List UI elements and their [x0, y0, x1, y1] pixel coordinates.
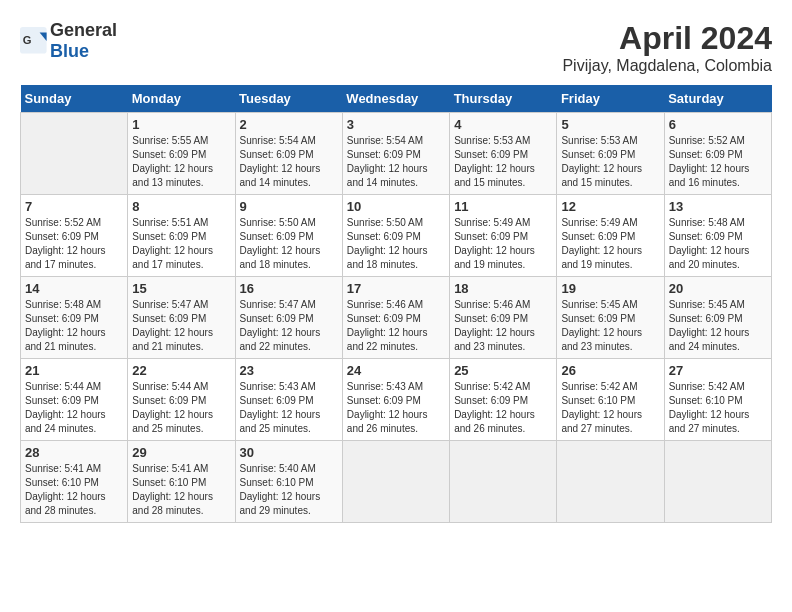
day-info: Sunrise: 5:46 AMSunset: 6:09 PMDaylight:…: [454, 298, 552, 354]
calendar-cell: 25Sunrise: 5:42 AMSunset: 6:09 PMDayligh…: [450, 359, 557, 441]
day-info: Sunrise: 5:46 AMSunset: 6:09 PMDaylight:…: [347, 298, 445, 354]
calendar-cell: 10Sunrise: 5:50 AMSunset: 6:09 PMDayligh…: [342, 195, 449, 277]
day-number: 13: [669, 199, 767, 214]
day-number: 21: [25, 363, 123, 378]
calendar-cell: [450, 441, 557, 523]
day-number: 8: [132, 199, 230, 214]
day-info: Sunrise: 5:55 AMSunset: 6:09 PMDaylight:…: [132, 134, 230, 190]
day-number: 28: [25, 445, 123, 460]
day-number: 7: [25, 199, 123, 214]
calendar-cell: 23Sunrise: 5:43 AMSunset: 6:09 PMDayligh…: [235, 359, 342, 441]
day-number: 11: [454, 199, 552, 214]
location-subtitle: Pivijay, Magdalena, Colombia: [562, 57, 772, 75]
day-info: Sunrise: 5:43 AMSunset: 6:09 PMDaylight:…: [240, 380, 338, 436]
day-number: 15: [132, 281, 230, 296]
day-info: Sunrise: 5:40 AMSunset: 6:10 PMDaylight:…: [240, 462, 338, 518]
calendar-week-row: 14Sunrise: 5:48 AMSunset: 6:09 PMDayligh…: [21, 277, 772, 359]
calendar-cell: 14Sunrise: 5:48 AMSunset: 6:09 PMDayligh…: [21, 277, 128, 359]
calendar-cell: [21, 113, 128, 195]
calendar-cell: 22Sunrise: 5:44 AMSunset: 6:09 PMDayligh…: [128, 359, 235, 441]
day-number: 12: [561, 199, 659, 214]
calendar-cell: 21Sunrise: 5:44 AMSunset: 6:09 PMDayligh…: [21, 359, 128, 441]
day-info: Sunrise: 5:41 AMSunset: 6:10 PMDaylight:…: [25, 462, 123, 518]
calendar-cell: 3Sunrise: 5:54 AMSunset: 6:09 PMDaylight…: [342, 113, 449, 195]
day-number: 14: [25, 281, 123, 296]
day-number: 22: [132, 363, 230, 378]
day-number: 9: [240, 199, 338, 214]
day-number: 20: [669, 281, 767, 296]
days-header-row: SundayMondayTuesdayWednesdayThursdayFrid…: [21, 85, 772, 113]
day-info: Sunrise: 5:48 AMSunset: 6:09 PMDaylight:…: [669, 216, 767, 272]
calendar-cell: 18Sunrise: 5:46 AMSunset: 6:09 PMDayligh…: [450, 277, 557, 359]
day-header-monday: Monday: [128, 85, 235, 113]
day-number: 1: [132, 117, 230, 132]
day-number: 17: [347, 281, 445, 296]
day-info: Sunrise: 5:44 AMSunset: 6:09 PMDaylight:…: [132, 380, 230, 436]
calendar-cell: 24Sunrise: 5:43 AMSunset: 6:09 PMDayligh…: [342, 359, 449, 441]
title-area: April 2024 Pivijay, Magdalena, Colombia: [562, 20, 772, 75]
day-info: Sunrise: 5:45 AMSunset: 6:09 PMDaylight:…: [561, 298, 659, 354]
day-number: 18: [454, 281, 552, 296]
calendar-cell: 20Sunrise: 5:45 AMSunset: 6:09 PMDayligh…: [664, 277, 771, 359]
day-info: Sunrise: 5:42 AMSunset: 6:09 PMDaylight:…: [454, 380, 552, 436]
day-info: Sunrise: 5:50 AMSunset: 6:09 PMDaylight:…: [347, 216, 445, 272]
calendar-cell: [557, 441, 664, 523]
calendar-cell: 29Sunrise: 5:41 AMSunset: 6:10 PMDayligh…: [128, 441, 235, 523]
calendar-cell: 5Sunrise: 5:53 AMSunset: 6:09 PMDaylight…: [557, 113, 664, 195]
logo-general: General: [50, 20, 117, 40]
day-number: 26: [561, 363, 659, 378]
day-number: 27: [669, 363, 767, 378]
day-info: Sunrise: 5:41 AMSunset: 6:10 PMDaylight:…: [132, 462, 230, 518]
calendar-cell: 8Sunrise: 5:51 AMSunset: 6:09 PMDaylight…: [128, 195, 235, 277]
day-number: 30: [240, 445, 338, 460]
calendar-week-row: 28Sunrise: 5:41 AMSunset: 6:10 PMDayligh…: [21, 441, 772, 523]
day-info: Sunrise: 5:49 AMSunset: 6:09 PMDaylight:…: [454, 216, 552, 272]
day-header-friday: Friday: [557, 85, 664, 113]
day-info: Sunrise: 5:53 AMSunset: 6:09 PMDaylight:…: [561, 134, 659, 190]
day-info: Sunrise: 5:44 AMSunset: 6:09 PMDaylight:…: [25, 380, 123, 436]
month-year-title: April 2024: [562, 20, 772, 57]
day-info: Sunrise: 5:42 AMSunset: 6:10 PMDaylight:…: [669, 380, 767, 436]
day-number: 4: [454, 117, 552, 132]
calendar-cell: 30Sunrise: 5:40 AMSunset: 6:10 PMDayligh…: [235, 441, 342, 523]
calendar-cell: 13Sunrise: 5:48 AMSunset: 6:09 PMDayligh…: [664, 195, 771, 277]
day-number: 3: [347, 117, 445, 132]
day-info: Sunrise: 5:47 AMSunset: 6:09 PMDaylight:…: [132, 298, 230, 354]
day-number: 6: [669, 117, 767, 132]
day-number: 29: [132, 445, 230, 460]
calendar-week-row: 1Sunrise: 5:55 AMSunset: 6:09 PMDaylight…: [21, 113, 772, 195]
day-info: Sunrise: 5:52 AMSunset: 6:09 PMDaylight:…: [669, 134, 767, 190]
calendar-week-row: 7Sunrise: 5:52 AMSunset: 6:09 PMDaylight…: [21, 195, 772, 277]
day-number: 24: [347, 363, 445, 378]
calendar-cell: 16Sunrise: 5:47 AMSunset: 6:09 PMDayligh…: [235, 277, 342, 359]
calendar-cell: 4Sunrise: 5:53 AMSunset: 6:09 PMDaylight…: [450, 113, 557, 195]
calendar-cell: 26Sunrise: 5:42 AMSunset: 6:10 PMDayligh…: [557, 359, 664, 441]
day-info: Sunrise: 5:50 AMSunset: 6:09 PMDaylight:…: [240, 216, 338, 272]
day-number: 25: [454, 363, 552, 378]
day-header-saturday: Saturday: [664, 85, 771, 113]
day-number: 2: [240, 117, 338, 132]
day-header-wednesday: Wednesday: [342, 85, 449, 113]
logo-icon: G: [20, 27, 48, 55]
calendar-cell: 19Sunrise: 5:45 AMSunset: 6:09 PMDayligh…: [557, 277, 664, 359]
logo: G General Blue: [20, 20, 117, 62]
day-info: Sunrise: 5:54 AMSunset: 6:09 PMDaylight:…: [347, 134, 445, 190]
logo-text: General Blue: [50, 20, 117, 62]
day-info: Sunrise: 5:43 AMSunset: 6:09 PMDaylight:…: [347, 380, 445, 436]
day-info: Sunrise: 5:54 AMSunset: 6:09 PMDaylight:…: [240, 134, 338, 190]
logo-blue: Blue: [50, 41, 89, 61]
calendar-cell: 27Sunrise: 5:42 AMSunset: 6:10 PMDayligh…: [664, 359, 771, 441]
day-number: 10: [347, 199, 445, 214]
day-info: Sunrise: 5:42 AMSunset: 6:10 PMDaylight:…: [561, 380, 659, 436]
day-number: 19: [561, 281, 659, 296]
day-info: Sunrise: 5:53 AMSunset: 6:09 PMDaylight:…: [454, 134, 552, 190]
page-header: G General Blue April 2024 Pivijay, Magda…: [20, 20, 772, 75]
calendar-cell: 12Sunrise: 5:49 AMSunset: 6:09 PMDayligh…: [557, 195, 664, 277]
calendar-week-row: 21Sunrise: 5:44 AMSunset: 6:09 PMDayligh…: [21, 359, 772, 441]
calendar-cell: 11Sunrise: 5:49 AMSunset: 6:09 PMDayligh…: [450, 195, 557, 277]
day-info: Sunrise: 5:52 AMSunset: 6:09 PMDaylight:…: [25, 216, 123, 272]
day-info: Sunrise: 5:51 AMSunset: 6:09 PMDaylight:…: [132, 216, 230, 272]
calendar-cell: 1Sunrise: 5:55 AMSunset: 6:09 PMDaylight…: [128, 113, 235, 195]
day-header-sunday: Sunday: [21, 85, 128, 113]
day-info: Sunrise: 5:45 AMSunset: 6:09 PMDaylight:…: [669, 298, 767, 354]
